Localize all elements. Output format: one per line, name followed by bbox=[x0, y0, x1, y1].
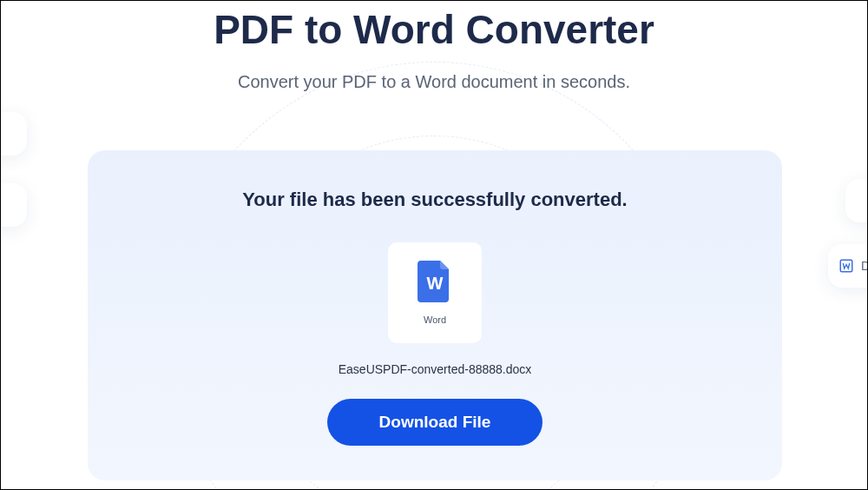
result-card: Your file has been successfully converte… bbox=[88, 150, 782, 480]
filename-text: EaseUSPDF-converted-88888.docx bbox=[88, 362, 782, 376]
word-file-icon: W bbox=[418, 261, 452, 302]
word-doc-icon bbox=[838, 258, 854, 274]
svg-text:W: W bbox=[427, 274, 444, 293]
side-option-2[interactable] bbox=[0, 183, 27, 227]
file-type-label: Word bbox=[424, 315, 446, 325]
page-title: PDF to Word Converter bbox=[1, 6, 867, 53]
page-subtitle: Convert your PDF to a Word document in s… bbox=[1, 72, 867, 92]
side-option-excel[interactable] bbox=[845, 179, 868, 222]
dropbox-label: Drop bbox=[861, 259, 868, 273]
side-option-dropbox[interactable]: Drop bbox=[828, 244, 868, 288]
download-button[interactable]: Download File bbox=[327, 399, 543, 446]
side-option-1[interactable] bbox=[0, 112, 27, 156]
file-tile[interactable]: W Word bbox=[388, 242, 482, 343]
success-message: Your file has been successfully converte… bbox=[88, 189, 782, 211]
